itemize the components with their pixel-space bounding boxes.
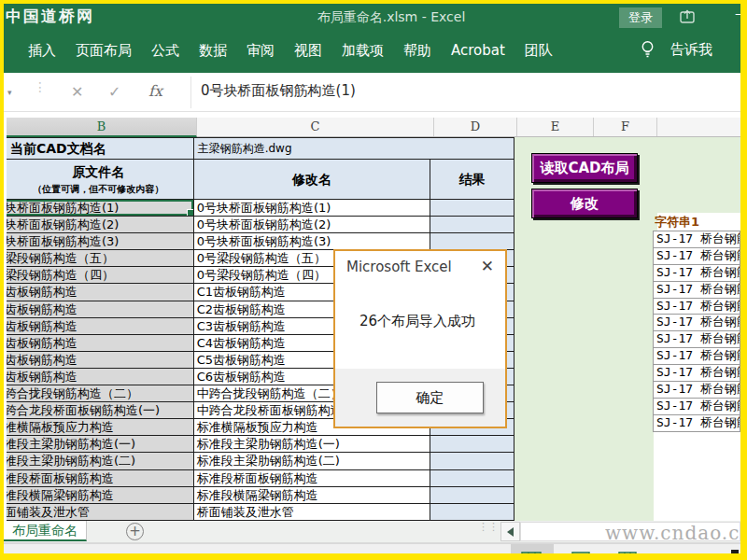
ribbon-tab[interactable]: 插入 [28, 42, 56, 60]
ribbon-tab[interactable]: Acrobat [451, 42, 505, 59]
name-box-dropdown-icon[interactable]: ▾ [7, 88, 12, 97]
table-row: 块桥面板钢筋构造(1) 0号块桥面板钢筋构造(1) [4, 200, 514, 217]
ribbon-tab[interactable]: 公式 [151, 42, 179, 60]
add-sheet-button[interactable]: + [126, 523, 144, 540]
enter-icon[interactable]: ✓ [108, 83, 120, 101]
new-name-cell[interactable]: 0号块桥面板钢筋构造(3) [194, 233, 431, 250]
original-name-cell[interactable]: 准段横隔梁钢筋构造 [4, 487, 194, 504]
original-name-header[interactable]: 原文件名 （位置可调，但不可修改内容） [4, 160, 194, 200]
frame-border-bottom [0, 553, 747, 560]
column-header-c[interactable]: C [197, 118, 434, 136]
tell-me-tab[interactable]: 告诉我 [670, 41, 712, 59]
column-headers: B C D E F [4, 118, 740, 137]
result-cell[interactable] [430, 453, 514, 469]
ribbon-tab[interactable]: 帮助 [403, 42, 431, 60]
string-list: SJ-17 桥台钢筋SJ-17 桥台钢筋SJ-17 桥台钢筋SJ-17 桥台钢筋… [653, 231, 740, 432]
result-header[interactable]: 结果 [430, 160, 514, 200]
dialog-close-icon[interactable]: ✕ [481, 257, 494, 275]
result-cell[interactable] [430, 217, 514, 233]
new-name-cell[interactable]: 标准段主梁肋钢筋构造(一) [194, 436, 431, 453]
ribbon-tab[interactable]: 视图 [294, 42, 322, 60]
cancel-icon[interactable]: ✕ [71, 83, 83, 101]
list-item[interactable]: SJ-17 桥台钢筋 [653, 399, 740, 415]
site-watermark-top: 中国道桥网 [6, 6, 94, 27]
share-icon[interactable] [680, 9, 695, 27]
new-name-header[interactable]: 修改名 [194, 160, 431, 200]
site-watermark-bottom: www.cndao.com [605, 522, 747, 544]
frame-border-right [740, 0, 747, 560]
list-item[interactable]: SJ-17 桥台钢筋 [653, 231, 740, 248]
ribbon-tab[interactable]: 加载项 [342, 42, 384, 60]
original-name-cell[interactable]: 跨合拢段钢筋构造（二） [4, 385, 194, 402]
column-header-d[interactable]: D [434, 118, 517, 136]
list-item[interactable]: SJ-17 桥台钢筋 [653, 348, 740, 365]
ribbon-tab[interactable]: 页面布局 [76, 42, 132, 60]
insert-function-icon[interactable]: fx [148, 82, 162, 100]
original-name-cell[interactable]: 梁段钢筋构造（五） [4, 250, 194, 267]
hscroll-left-arrow[interactable] [500, 522, 520, 541]
result-cell[interactable] [430, 200, 514, 217]
original-name-cell[interactable]: 齿板钢筋构造 [4, 318, 194, 335]
original-name-cell[interactable]: 准横隔板预应力构造 [4, 419, 194, 436]
list-item[interactable]: SJ-17 桥台钢筋 [653, 331, 740, 348]
original-name-cell[interactable]: 准段主梁肋钢筋构造(一) [4, 436, 194, 453]
original-name-cell[interactable]: 块桥面板钢筋构造(1) [4, 200, 194, 217]
original-name-cell[interactable]: 齿板钢筋构造 [4, 301, 194, 318]
column-header-b[interactable]: B [7, 118, 197, 137]
ribbon-tab[interactable]: 数据 [199, 42, 227, 60]
login-button[interactable]: 登录 [619, 7, 662, 28]
original-name-cell[interactable]: 齿板钢筋构造 [4, 335, 194, 352]
original-name-cell[interactable]: 齿板钢筋构造 [4, 369, 194, 385]
new-name-cell[interactable]: 标准段主梁肋钢筋构造(二) [194, 453, 431, 469]
list-item[interactable]: SJ-17 桥台钢筋 [653, 365, 740, 382]
ribbon-tab[interactable]: 审阅 [247, 42, 275, 60]
modify-button[interactable]: 修改 [531, 189, 638, 218]
original-name-cell[interactable]: 块桥面板钢筋构造(3) [4, 233, 194, 250]
tab-scroll-splitter[interactable]: ⋮⋮ [478, 523, 499, 531]
list-item[interactable]: SJ-17 桥台钢筋 [653, 315, 740, 331]
table-row: 面铺装及泄水管 桥面铺装及泄水管 [4, 504, 514, 521]
original-name-cell[interactable]: 齿板钢筋构造 [4, 352, 194, 369]
result-cell[interactable] [430, 436, 514, 453]
new-name-cell[interactable]: 标准段横隔梁钢筋构造 [194, 487, 431, 504]
result-cell[interactable] [430, 233, 514, 250]
ribbon-tab[interactable]: 团队 [525, 42, 553, 60]
original-name-cell[interactable]: 齿板钢筋构造 [4, 284, 194, 301]
sheet-tab-active[interactable]: 布局重命名 [4, 521, 87, 541]
list-item[interactable]: SJ-17 桥台钢筋 [653, 265, 740, 282]
list-item[interactable]: SJ-17 桥台钢筋 [653, 415, 740, 432]
left-triangle-icon [507, 527, 514, 537]
table-row: 准段桥面板钢筋构造 标准段桥面板钢筋构造 [4, 470, 514, 487]
new-name-cell[interactable]: 标准段桥面板钢筋构造 [194, 470, 431, 487]
current-cad-doc-label[interactable]: 当前CAD文档名 [4, 138, 194, 160]
message-dialog: Microsoft Excel ✕ 26个布局导入成功 确定 [333, 249, 507, 428]
original-name-cell[interactable]: 梁段钢筋构造（四） [4, 267, 194, 284]
result-cell[interactable] [430, 504, 514, 521]
read-cad-layout-button[interactable]: 读取CAD布局 [531, 153, 638, 183]
original-name-cell[interactable]: 准段桥面板钢筋构造 [4, 470, 194, 487]
original-name-cell[interactable]: 块桥面板钢筋构造(2) [4, 217, 194, 233]
original-name-title: 原文件名 [4, 164, 193, 181]
dialog-footer: 确定 [335, 369, 505, 427]
status-bar [4, 543, 740, 553]
new-name-cell[interactable]: 0号块桥面板钢筋构造(2) [194, 217, 431, 233]
column-header-e[interactable]: E [517, 118, 594, 136]
side-fill-area-lower [514, 431, 654, 521]
result-cell[interactable] [430, 487, 514, 504]
list-item[interactable]: SJ-17 桥台钢筋 [653, 282, 740, 299]
ok-button[interactable]: 确定 [376, 382, 484, 413]
formula-input[interactable]: 0号块桥面板钢筋构造(1) [201, 82, 733, 100]
new-name-cell[interactable]: 0号块桥面板钢筋构造(1) [194, 200, 431, 217]
column-header-f[interactable]: F [594, 118, 657, 136]
window-title: 布局重命名.xlsm - Excel [237, 9, 545, 26]
list-item[interactable]: SJ-17 桥台钢筋 [653, 382, 740, 399]
list-item[interactable]: SJ-17 桥台钢筋 [653, 299, 740, 315]
original-name-cell[interactable]: 跨合龙段桥面板钢筋构造(一) [4, 402, 194, 419]
current-cad-doc-value[interactable]: 主梁钢筋构造.dwg [194, 138, 514, 160]
new-name-cell[interactable]: 桥面铺装及泄水管 [194, 504, 431, 521]
original-name-cell[interactable]: 面铺装及泄水管 [4, 504, 194, 521]
list-item[interactable]: SJ-17 桥台钢筋 [653, 248, 740, 265]
original-name-cell[interactable]: 准段主梁肋钢筋构造(二) [4, 453, 194, 469]
title-bar: 中国道桥网 布局重命名.xlsm - Excel 登录 — [4, 4, 740, 28]
result-cell[interactable] [430, 470, 514, 487]
